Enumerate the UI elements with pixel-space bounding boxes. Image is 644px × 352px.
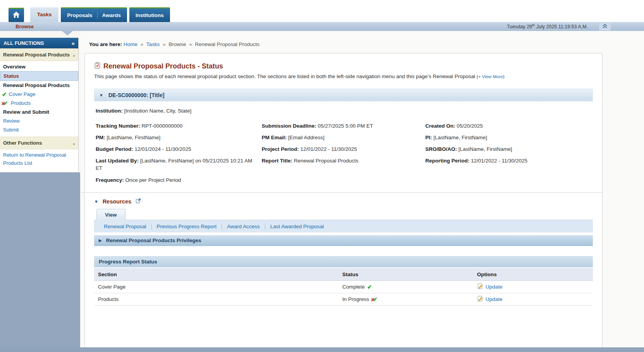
field-submission-deadline: Submission Deadline: 05/27/2025 5:00 PM … xyxy=(262,122,425,134)
column-header-section: Section xyxy=(94,272,338,277)
sidebar-item-review[interactable]: Review xyxy=(0,116,78,125)
table-row-cover-page: Cover Page Complete ✔ Update xyxy=(94,281,593,293)
field-pi: PI: [LastName, FirstName] xyxy=(425,134,591,145)
triangle-down-icon: ▼ xyxy=(99,93,103,97)
view-more-link[interactable]: + View More xyxy=(478,74,503,79)
sidebar-group-other-functions[interactable]: Other Functions ▲ xyxy=(0,137,78,149)
tab-institutions[interactable]: Institutions xyxy=(129,7,170,22)
update-link[interactable]: Update xyxy=(486,284,503,290)
institution-line: Institution: [Institution Name, City, St… xyxy=(96,108,591,114)
privileges-collapsed-bar[interactable]: ▶ Renewal Proposal Products Privileges xyxy=(94,235,593,246)
external-link-icon[interactable] xyxy=(136,198,141,205)
resources-tabs: View Renewal Proposal Previous Progress … xyxy=(94,208,593,232)
browse-pointer-arrow xyxy=(62,31,73,36)
dotted-divider xyxy=(82,192,602,193)
sidebar-item-products[interactable]: ✔✘ Products xyxy=(0,99,78,108)
status-text: Complete xyxy=(342,284,365,290)
link-award-access[interactable]: Award Access xyxy=(227,224,260,229)
options-cell: Update xyxy=(473,283,593,290)
field-report-title: Report Title: Renewal Proposal Products xyxy=(262,157,425,176)
institution-label: Institution: xyxy=(96,108,123,114)
update-link[interactable]: Update xyxy=(486,296,503,302)
home-tab-button[interactable] xyxy=(9,8,24,22)
sidebar-header: ALL FUNCTIONS « xyxy=(0,38,78,48)
resources-links-strip: Renewal Proposal Previous Progress Repor… xyxy=(94,220,593,232)
resources-title: Resources xyxy=(103,198,131,205)
tab-tasks[interactable]: Tasks xyxy=(30,7,58,22)
sidebar-collapse-icon[interactable]: « xyxy=(72,40,75,46)
sidebar-item-status[interactable]: Status xyxy=(0,71,78,81)
breadcrumb-separator: » xyxy=(141,41,144,47)
browse-nav-item[interactable]: Browse xyxy=(15,24,34,29)
breadcrumb-current: Renewal Proposal Products xyxy=(195,41,259,47)
award-fields-grid: Tracking Number: RPT-0000000000 Submissi… xyxy=(96,122,591,176)
section-cell: Products xyxy=(94,296,338,302)
sidebar-item-return-to-list[interactable]: Return to Renewal Proposal Products List xyxy=(0,150,78,167)
field-created-on: Created On: 05/20/2025 xyxy=(425,122,591,134)
tab-institutions-label: Institutions xyxy=(136,9,164,22)
award-summary-section: ▼ DE-SC0000000: [Title] Institution: [In… xyxy=(94,89,593,187)
sidebar-item-submit[interactable]: Submit xyxy=(0,125,78,134)
page-body: ALL FUNCTIONS « Renewal Proposal Product… xyxy=(0,31,644,347)
dotted-separator xyxy=(222,224,222,229)
field-reporting-period: Reporting Period: 12/01/2022 - 11/30/202… xyxy=(425,157,591,176)
collapse-header-button[interactable] xyxy=(599,23,611,31)
section-cell: Cover Page xyxy=(94,284,338,290)
award-summary-body: Institution: [Institution Name, City, St… xyxy=(94,101,593,187)
collapse-arrow-icon: ▲ xyxy=(72,140,76,148)
sidebar: ALL FUNCTIONS « Renewal Proposal Product… xyxy=(0,31,80,347)
clipboard-icon xyxy=(94,62,101,70)
breadcrumb-home-link[interactable]: Home xyxy=(124,41,137,47)
sidebar-title: ALL FUNCTIONS xyxy=(3,40,44,46)
browse-subnav-bar: Browse Tuesday 29th July 2025 11:19:53 A… xyxy=(0,22,644,31)
page-description-text: This page shows the status of each renew… xyxy=(94,73,475,79)
resources-section: ▼ Resources View Renewal Proposal Pr xyxy=(94,198,593,246)
current-datetime: Tuesday 29th July 2025 11:19:53 A.M. xyxy=(507,23,588,29)
check-x-icon: ✔✘ xyxy=(371,296,378,302)
sidebar-other-items: Return to Renewal Proposal Products List xyxy=(0,149,78,170)
sidebar-group-renewal-proposal-products[interactable]: Renewal Proposal Products ▲ xyxy=(0,48,78,61)
bottom-page-strip xyxy=(0,347,644,352)
progress-report-status-title-bar: Progress Report Status xyxy=(94,256,593,267)
breadcrumb-separator: » xyxy=(163,41,166,47)
award-summary-header[interactable]: ▼ DE-SC0000000: [Title] xyxy=(94,89,593,101)
field-tracking-number: Tracking Number: RPT-0000000000 xyxy=(96,122,262,134)
tab-proposals[interactable]: Proposals xyxy=(67,9,92,22)
breadcrumb-prefix: You are here: xyxy=(89,41,122,47)
triangle-right-icon: ▶ xyxy=(99,238,102,243)
tab-awards[interactable]: Awards xyxy=(102,9,121,22)
main-area: You are here: Home » Tasks » Browse » Re… xyxy=(80,31,644,347)
field-last-updated-by: Last Updated By: [LastName, FirstName] o… xyxy=(96,157,262,176)
link-last-awarded-proposal[interactable]: Last Awarded Proposal xyxy=(270,224,324,229)
link-previous-progress-report[interactable]: Previous Progress Report xyxy=(157,224,217,229)
link-renewal-proposal[interactable]: Renewal Proposal xyxy=(104,224,146,229)
sidebar-item-renewal-proposal-products: Renewal Proposal Products xyxy=(0,81,78,90)
sidebar-group-label: Renewal Proposal Products xyxy=(3,52,70,58)
sidebar-item-cover-page[interactable]: ✔ Cover Page xyxy=(0,90,78,99)
breadcrumb-tasks-link[interactable]: Tasks xyxy=(146,41,160,47)
sidebar-group-label: Other Functions xyxy=(3,140,42,146)
field-pm: PM: [LastName, FirstName] xyxy=(96,134,262,145)
breadcrumb: You are here: Home » Tasks » Browse » Re… xyxy=(89,41,644,47)
award-number-title: DE-SC0000000: [Title] xyxy=(108,92,164,98)
field-budget-period: Budget Period: 12/01/2024 - 11/30/2025 xyxy=(96,145,262,157)
column-header-options: Options xyxy=(473,272,593,277)
progress-report-status-section: Progress Report Status Section Status Op… xyxy=(94,256,593,306)
field-pm-email: PM Email: [Email Address] xyxy=(262,134,425,145)
edit-icon[interactable] xyxy=(477,296,483,303)
progress-report-status-title: Progress Report Status xyxy=(99,259,157,265)
status-cell: In Progress ✔✘ xyxy=(338,296,473,302)
tab-view[interactable]: View xyxy=(96,209,125,220)
page-title-row: Renewal Proposal Products - Status xyxy=(94,62,596,70)
tab-divider xyxy=(97,12,98,19)
triangle-down-icon: ▼ xyxy=(94,199,98,204)
sidebar-item-overview[interactable]: Overview xyxy=(0,62,78,71)
sidebar-background-fill xyxy=(0,173,80,347)
sidebar-item-review-and-submit: Review and Submit xyxy=(0,108,78,116)
edit-icon[interactable] xyxy=(477,283,483,290)
resources-header[interactable]: ▼ Resources xyxy=(94,198,593,205)
chevrons-up-icon xyxy=(602,23,608,30)
check-x-icon: ✔✘ xyxy=(2,100,9,106)
page-title: Renewal Proposal Products - Status xyxy=(103,62,223,70)
tab-group-proposals-awards: Proposals Awards xyxy=(61,7,127,22)
